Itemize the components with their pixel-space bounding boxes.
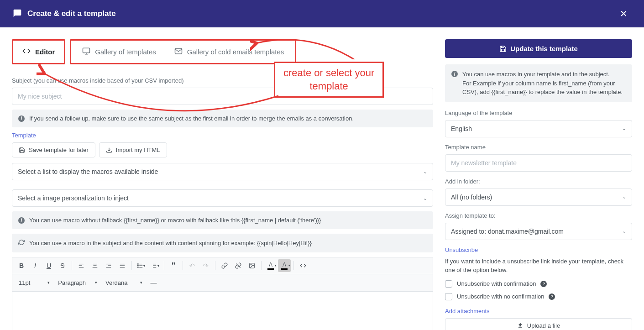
- font-size-select[interactable]: 11pt▾: [15, 278, 53, 288]
- save-icon: [499, 45, 507, 52]
- help-icon[interactable]: ?: [540, 281, 547, 287]
- template-name-label: Template name: [445, 144, 632, 151]
- tab-bar: Editor Gallery of templates Gallery of c…: [12, 39, 433, 64]
- info-icon: i: [18, 217, 25, 224]
- select-value: Assigned to: donat.maxime@gmail.com: [451, 228, 564, 235]
- unsubscribe-desc: If you want to include a unsubscribe lin…: [445, 257, 632, 275]
- undo-button[interactable]: ↶: [186, 259, 199, 272]
- tab-label: Gallery of templates: [95, 48, 156, 56]
- link-button[interactable]: [218, 259, 231, 272]
- update-template-button[interactable]: Update this template: [445, 39, 632, 58]
- save-icon: [19, 147, 25, 153]
- bullet-list-button[interactable]: ▾: [135, 259, 147, 272]
- button-label: Import my HTML: [116, 147, 160, 153]
- editor-toolbar: B I U S ▾ ▾ " ↶ ↷: [12, 257, 433, 291]
- select-value: All (no folders): [451, 194, 492, 201]
- attachments-label: Add attachments: [445, 308, 632, 314]
- chevron-down-icon: ⌄: [622, 126, 626, 131]
- svg-line-26: [236, 263, 240, 267]
- side-panel: Update this template i You can use macro…: [445, 39, 632, 330]
- info-text: You can use macros in your template and …: [462, 70, 626, 97]
- tab-label: Editor: [35, 48, 55, 56]
- number-list-button[interactable]: ▾: [148, 259, 161, 272]
- help-icon[interactable]: ?: [549, 293, 555, 300]
- info-icon: i: [451, 71, 458, 77]
- text-color-button[interactable]: A▾: [264, 259, 277, 272]
- unlink-button[interactable]: [232, 259, 245, 272]
- select-value: English: [451, 125, 472, 132]
- image-personalization-select[interactable]: Select a image personalization to inject…: [12, 189, 433, 207]
- info-text: You can use macro without fallback {{fir…: [29, 217, 321, 224]
- strikethrough-button[interactable]: S: [56, 259, 69, 272]
- assign-select[interactable]: Assigned to: donat.maxime@gmail.com ⌄: [445, 223, 632, 240]
- image-button[interactable]: [246, 259, 258, 272]
- svg-point-19: [137, 267, 138, 268]
- select-value: Select a image personalization to inject: [18, 194, 129, 202]
- envelope-icon: [174, 47, 183, 57]
- upload-file-button[interactable]: Upload a file: [445, 318, 632, 330]
- close-icon[interactable]: ✕: [616, 6, 631, 21]
- import-html-button[interactable]: Import my HTML: [99, 142, 167, 157]
- source-code-button[interactable]: [297, 259, 309, 272]
- font-family-select[interactable]: Verdana▾: [102, 278, 146, 288]
- editor-content[interactable]: [12, 291, 433, 330]
- svg-point-17: [137, 264, 138, 265]
- macro-list-select[interactable]: Select a list to display the macros avai…: [12, 163, 433, 180]
- save-template-button[interactable]: Save template for later: [12, 142, 95, 157]
- svg-rect-0: [83, 48, 90, 53]
- content-spin-info: You can use a macro in the subject and t…: [12, 234, 433, 252]
- monitor-icon: [82, 47, 90, 57]
- download-icon: [106, 147, 112, 153]
- sync-icon: [18, 239, 25, 247]
- checkbox-label: Unsubscribe with confirmation: [457, 280, 536, 287]
- followup-info: i If you send a follow up, make sure to …: [12, 110, 433, 127]
- tab-editor[interactable]: Editor: [12, 39, 65, 64]
- select-value: Select a list to display the macros avai…: [18, 168, 158, 175]
- horizontal-rule-button[interactable]: —: [147, 276, 160, 289]
- button-label: Upload a file: [527, 322, 560, 329]
- macro-help-info: i You can use macros in your template an…: [445, 64, 632, 102]
- align-center-button[interactable]: [89, 259, 101, 272]
- svg-point-18: [137, 265, 138, 266]
- chat-icon: [13, 9, 22, 19]
- chevron-down-icon: ⌄: [423, 169, 427, 175]
- button-label: Update this template: [510, 45, 578, 52]
- chevron-down-icon: ⌄: [423, 195, 427, 201]
- italic-button[interactable]: I: [29, 259, 42, 272]
- checkbox-label: Unsubscribe with no confirmation: [457, 293, 544, 300]
- chevron-down-icon: ⌄: [622, 228, 626, 234]
- bold-button[interactable]: B: [15, 259, 28, 272]
- code-icon: [22, 47, 31, 57]
- bg-color-button[interactable]: A▾: [278, 259, 291, 272]
- unsub-confirm-checkbox[interactable]: [445, 280, 452, 288]
- svg-point-28: [251, 264, 251, 265]
- info-text: If you send a follow up, make sure to us…: [29, 115, 354, 122]
- tab-cold-gallery[interactable]: Gallery of cold emails templates: [165, 41, 293, 63]
- tab-gallery[interactable]: Gallery of templates: [73, 41, 165, 63]
- macro-fallback-info: i You can use macro without fallback {{f…: [12, 211, 433, 229]
- paragraph-select[interactable]: Paragraph▾: [54, 278, 101, 288]
- info-icon: i: [18, 115, 25, 122]
- chevron-down-icon: ⌄: [622, 194, 626, 200]
- annotation-callout: create or select your template: [274, 62, 384, 98]
- language-select[interactable]: English ⌄: [445, 120, 632, 137]
- folder-select[interactable]: All (no folders) ⌄: [445, 189, 632, 206]
- upload-icon: [517, 322, 524, 329]
- align-justify-button[interactable]: [116, 259, 129, 272]
- align-right-button[interactable]: [102, 259, 115, 272]
- underline-button[interactable]: U: [42, 259, 55, 272]
- redo-button[interactable]: ↷: [199, 259, 212, 272]
- template-name-input[interactable]: [445, 154, 632, 172]
- template-section-label: Template: [12, 132, 433, 139]
- align-left-button[interactable]: [75, 259, 88, 272]
- unsubscribe-label: Unsubscribe: [445, 246, 632, 253]
- language-label: Language of the template: [445, 110, 632, 116]
- button-label: Save template for later: [29, 147, 89, 153]
- unsub-noconfirm-checkbox[interactable]: [445, 293, 452, 300]
- modal-header: Create & edit a template ✕: [0, 0, 644, 27]
- tab-label: Gallery of cold emails templates: [187, 48, 284, 56]
- assign-label: Assign template to:: [445, 212, 632, 219]
- blockquote-button[interactable]: ": [167, 259, 180, 272]
- modal-title: Create & edit a template: [27, 9, 116, 18]
- folder-label: Add in folder:: [445, 178, 632, 185]
